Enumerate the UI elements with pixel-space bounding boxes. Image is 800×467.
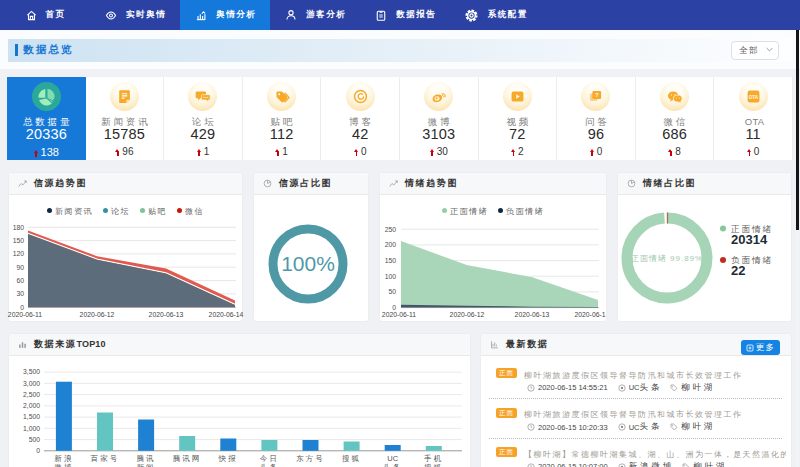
- svg-text:180: 180: [13, 224, 25, 231]
- svg-text:3,000: 3,000: [23, 380, 40, 387]
- svg-text:新闻: 新闻: [136, 463, 155, 467]
- svg-text:100: 100: [385, 273, 397, 280]
- svg-text:90: 90: [16, 264, 24, 271]
- svg-text:60: 60: [16, 277, 24, 284]
- svg-text:头条: 头条: [383, 463, 402, 467]
- svg-text:100%: 100%: [281, 252, 335, 275]
- svg-text:2020-06-12: 2020-06-12: [450, 311, 485, 318]
- svg-text:50: 50: [388, 288, 396, 295]
- svg-text:搜狐: 搜狐: [342, 454, 361, 463]
- svg-text:2,000: 2,000: [23, 402, 40, 409]
- svg-text:2020-06-12: 2020-06-12: [80, 311, 115, 318]
- svg-text:2020-06-14: 2020-06-14: [209, 311, 244, 318]
- svg-text:2,500: 2,500: [23, 391, 40, 398]
- svg-text:1,000: 1,000: [23, 425, 40, 432]
- svg-text:20314: 20314: [731, 232, 768, 247]
- svg-text:250: 250: [385, 226, 397, 233]
- svg-text:正面情绪 99.89%: 正面情绪 99.89%: [631, 254, 703, 263]
- svg-text:微博: 微博: [54, 463, 73, 467]
- svg-text:2020-06-1: 2020-06-1: [575, 311, 606, 318]
- svg-text:新浪: 新浪: [54, 454, 73, 463]
- svg-text:22: 22: [731, 263, 745, 278]
- svg-text:东方号: 东方号: [296, 454, 325, 463]
- svg-text:UC: UC: [387, 454, 398, 463]
- svg-text:200: 200: [385, 241, 397, 248]
- svg-text:30: 30: [16, 290, 24, 297]
- svg-text:腾讯: 腾讯: [136, 454, 155, 463]
- svg-text:腾讯网: 腾讯网: [173, 454, 202, 463]
- svg-text:0: 0: [20, 304, 24, 311]
- svg-text:1,500: 1,500: [23, 413, 40, 420]
- svg-text:2020-06-11: 2020-06-11: [382, 311, 416, 318]
- svg-text:150: 150: [13, 237, 25, 244]
- svg-text:快报: 快报: [218, 454, 238, 463]
- svg-text:搜狐: 搜狐: [424, 463, 443, 467]
- svg-text:0: 0: [36, 447, 40, 454]
- svg-text:500: 500: [29, 436, 41, 443]
- svg-text:今日: 今日: [260, 454, 279, 463]
- svg-text:头条: 头条: [260, 463, 279, 467]
- svg-text:2020-06-11: 2020-06-11: [8, 311, 42, 318]
- svg-text:百家号: 百家号: [90, 454, 119, 463]
- svg-text:2020-06-13: 2020-06-13: [149, 311, 184, 318]
- svg-text:3,500: 3,500: [23, 368, 40, 375]
- svg-text:手机: 手机: [424, 454, 443, 463]
- svg-text:150: 150: [385, 257, 397, 264]
- svg-text:120: 120: [13, 250, 25, 257]
- svg-text:2020-06-13: 2020-06-13: [515, 311, 550, 318]
